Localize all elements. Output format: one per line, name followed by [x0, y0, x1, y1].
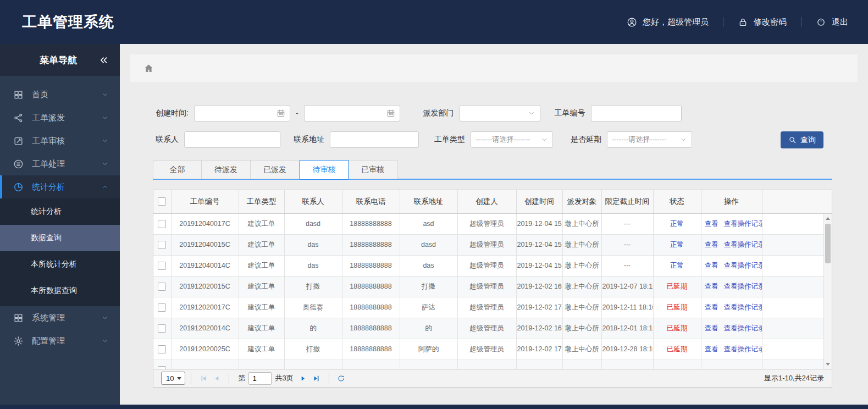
scroll-down-arrow[interactable]	[824, 360, 832, 368]
view-link[interactable]: 查看	[705, 324, 718, 332]
sidebar-subitem-3[interactable]: 本所数据查询	[0, 278, 120, 304]
logout-button[interactable]: 退出	[816, 17, 848, 27]
tab-to-review[interactable]: 待审核	[300, 160, 349, 180]
view-log-link[interactable]: 查看操作记录	[724, 303, 762, 311]
creator-cell: 超级管理员	[457, 318, 516, 339]
create-time-end-input[interactable]	[304, 105, 400, 121]
delayed-label: 是否延期	[571, 135, 601, 145]
power-icon	[816, 17, 826, 27]
contact-input[interactable]	[184, 131, 280, 148]
search-icon	[788, 136, 797, 144]
target-cell: 墩上中心所	[562, 297, 601, 318]
tab-all[interactable]: 全部	[153, 160, 202, 179]
sidebar-subitem-0[interactable]: 统计分析	[0, 198, 120, 225]
change-password-button[interactable]: 修改密码	[738, 17, 787, 27]
tab-dispatched[interactable]: 已派发	[251, 160, 300, 179]
refresh-button[interactable]	[335, 372, 347, 384]
tab-to-dispatch[interactable]: 待派发	[202, 160, 251, 179]
view-log-link[interactable]: 查看操作记录	[724, 345, 762, 353]
sidebar-item-process[interactable]: 工单处理	[0, 152, 120, 175]
sidebar-item-home[interactable]: 首页	[0, 83, 120, 106]
sidebar-item-system[interactable]: 系统管理	[0, 306, 120, 329]
lock-icon	[738, 17, 748, 27]
prev-page-button[interactable]	[211, 372, 223, 384]
delayed-value: -------请选择-------	[612, 135, 667, 145]
sidebar-item-review[interactable]: 工单审核	[0, 129, 120, 152]
contact-cell: 奥德赛	[284, 297, 342, 318]
delayed-select[interactable]: -------请选择-------	[607, 131, 692, 148]
view-link[interactable]: 查看	[705, 262, 718, 269]
page-number-input[interactable]	[248, 372, 272, 385]
filler-cell	[653, 360, 701, 369]
view-log-link[interactable]: 查看操作记录	[724, 220, 762, 228]
phone-cell: 18888888888	[342, 276, 400, 297]
view-link[interactable]: 查看	[705, 345, 718, 353]
sidebar-subitem-2[interactable]: 本所统计分析	[0, 251, 120, 278]
table-scrollbar[interactable]	[823, 214, 832, 369]
sidebar-item-config[interactable]: 配置管理	[0, 329, 120, 352]
status-tabs: 全部待派发已派发待审核已审核	[153, 160, 397, 180]
view-link[interactable]: 查看	[705, 283, 718, 290]
last-page-button[interactable]	[311, 372, 323, 384]
home-icon[interactable]	[143, 63, 154, 74]
row-checkbox[interactable]	[158, 220, 166, 228]
sidebar-header: 菜单导航	[0, 44, 120, 76]
phone-cell: 18888888888	[342, 234, 400, 255]
actions-cell: 查看查看操作记录	[701, 318, 762, 339]
sidebar-title: 菜单导航	[40, 54, 77, 67]
logout-label: 退出	[832, 17, 848, 27]
next-page-button[interactable]	[297, 372, 309, 384]
column-header-4: 联系地址	[400, 190, 457, 213]
contact-cell: 的	[284, 318, 342, 339]
dispatch-dept-select[interactable]	[460, 105, 540, 121]
sidebar-item-dispatch[interactable]: 工单派发	[0, 106, 120, 129]
sidebar-item-stats[interactable]: 统计分析	[0, 175, 120, 198]
target-cell: 墩上中心所	[562, 234, 601, 255]
chevron-down-icon	[101, 314, 109, 322]
row-checkbox[interactable]	[158, 345, 166, 353]
row-checkbox-cell	[153, 318, 171, 339]
row-checkbox[interactable]	[158, 303, 166, 312]
view-log-link[interactable]: 查看操作记录	[724, 262, 762, 269]
filler-cell	[400, 360, 457, 369]
chevron-down-icon	[101, 160, 109, 168]
sidebar-subitem-1[interactable]: 数据查询	[0, 225, 120, 251]
type-cell: 建议工单	[239, 213, 284, 234]
gear-icon	[13, 336, 24, 346]
row-checkbox[interactable]	[158, 241, 166, 249]
view-log-link[interactable]: 查看操作记录	[724, 324, 762, 332]
address-input[interactable]	[330, 131, 419, 148]
search-button[interactable]: 查询	[781, 131, 823, 148]
tab-reviewed[interactable]: 已审核	[349, 160, 397, 179]
view-log-link[interactable]: 查看操作记录	[724, 283, 762, 290]
status-badge: 已延期	[667, 324, 688, 332]
page-size-select[interactable]: 10	[161, 372, 185, 385]
order-no-cell: 201912040015C	[171, 234, 239, 255]
view-link[interactable]: 查看	[705, 303, 718, 311]
create-time-start-input[interactable]	[194, 105, 290, 121]
row-checkbox[interactable]	[158, 262, 166, 270]
created-cell: 2019-12-04 15	[516, 213, 562, 234]
order-no-input[interactable]	[591, 105, 682, 121]
select-all-checkbox[interactable]	[158, 197, 166, 206]
status-badge: 正常	[670, 220, 684, 228]
header-divider	[723, 17, 723, 27]
view-log-link[interactable]: 查看操作记录	[724, 241, 762, 248]
deadline-cell: 2019-12-11 18:16	[601, 297, 653, 318]
first-page-button[interactable]	[197, 372, 209, 384]
collapse-sidebar-icon[interactable]	[98, 55, 109, 65]
scroll-thumb[interactable]	[825, 224, 831, 263]
sidebar-item-label: 配置管理	[32, 336, 65, 346]
view-link[interactable]: 查看	[705, 220, 718, 228]
row-checkbox[interactable]	[158, 283, 166, 291]
address-cell: das	[400, 255, 457, 276]
row-checkbox[interactable]	[158, 324, 166, 333]
sidebar-group-review: 工单审核	[0, 129, 120, 152]
created-cell: 2019-12-02 16	[516, 276, 562, 297]
view-link[interactable]: 查看	[705, 241, 718, 248]
user-greeting[interactable]: 您好，超级管理员	[627, 17, 709, 27]
scroll-up-arrow[interactable]	[824, 214, 832, 223]
greeting-text: 您好，超级管理员	[643, 17, 709, 27]
contact-cell: dasd	[284, 213, 342, 234]
order-type-select[interactable]: -------请选择-------	[471, 131, 553, 148]
